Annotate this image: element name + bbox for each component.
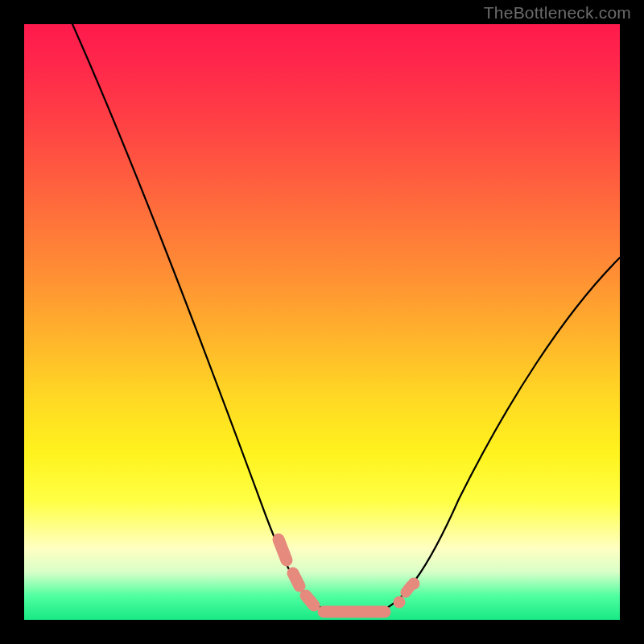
watermark-text: TheBottleneck.com [484, 3, 631, 23]
chart-frame: TheBottleneck.com [0, 0, 644, 644]
svg-point-0 [394, 597, 406, 609]
trough-marker-group [279, 539, 420, 612]
bottleneck-curve-path [72, 24, 620, 612]
plot-area [24, 24, 620, 620]
bottleneck-curve-svg [24, 24, 620, 620]
